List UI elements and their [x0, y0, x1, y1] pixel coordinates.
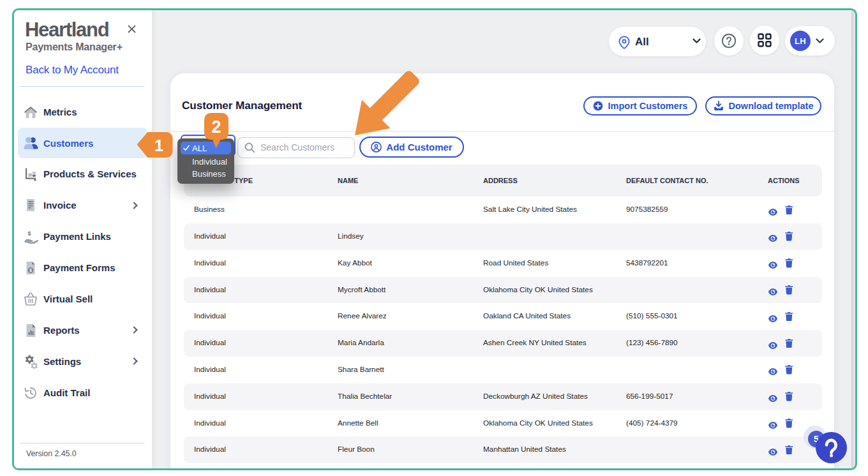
svg-text:1: 1: [154, 136, 163, 155]
svg-text:2: 2: [211, 117, 221, 137]
